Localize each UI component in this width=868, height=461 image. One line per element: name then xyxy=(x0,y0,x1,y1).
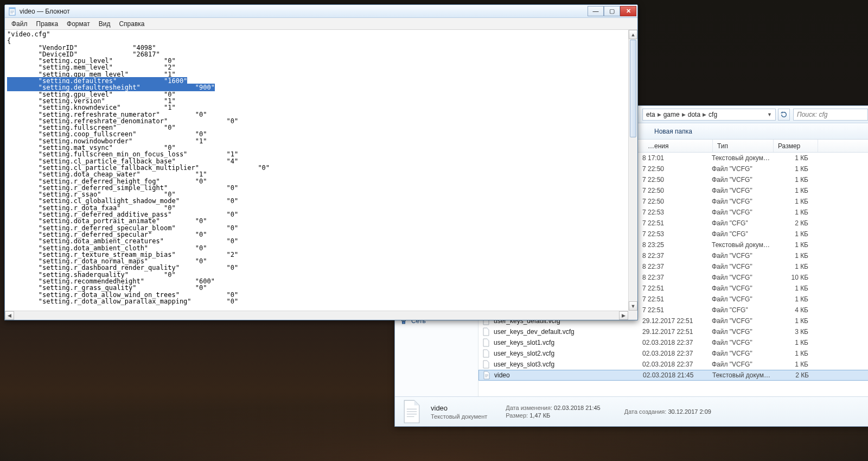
crumb-segment[interactable]: game xyxy=(663,111,680,118)
file-icon xyxy=(400,400,423,423)
crumb-segment[interactable]: eta xyxy=(646,111,655,118)
breadcrumb[interactable]: eta▶ game▶ dota▶ cfg ▼ xyxy=(642,109,776,121)
window-title: video — Блокнот xyxy=(20,8,588,15)
details-pane: video Текстовый документ Дата изменения:… xyxy=(395,396,868,426)
scroll-down-icon[interactable]: ▼ xyxy=(629,301,637,311)
details-filename: video xyxy=(431,404,487,412)
text-editor-area[interactable]: "video.cfg" { "VendorID" "4098" "DeviceI… xyxy=(5,30,637,320)
crumb-segment[interactable]: cfg xyxy=(709,111,717,118)
menu-item-Формат[interactable]: Формат xyxy=(62,18,94,29)
table-row[interactable]: user_keys_slot2.vcfg02.03.2018 22:37Файл… xyxy=(478,348,868,359)
menu-item-Справка[interactable]: Справка xyxy=(114,18,149,29)
close-button[interactable]: ✕ xyxy=(620,6,636,16)
scroll-right-icon[interactable]: ▶ xyxy=(619,311,628,320)
col-type[interactable]: Тип xyxy=(713,140,774,152)
details-created-value: 30.12.2017 2:09 xyxy=(668,408,711,415)
col-date[interactable]: …ения xyxy=(643,140,713,152)
vertical-scrollbar[interactable]: ▲ ▼ xyxy=(628,30,637,311)
svg-rect-2 xyxy=(403,321,405,324)
file-name: video xyxy=(494,371,510,379)
file-name: user_keys_slot1.vcfg xyxy=(494,339,554,346)
col-size[interactable]: Размер xyxy=(774,140,818,152)
table-row[interactable]: user_keys_dev_default.vcfg29.12.2017 22:… xyxy=(478,326,868,337)
file-name: user_keys_slot2.vcfg xyxy=(494,350,554,357)
details-filetype: Текстовый документ xyxy=(431,413,487,420)
refresh-button[interactable] xyxy=(778,109,790,121)
menu-item-Файл[interactable]: Файл xyxy=(7,18,32,29)
menu-bar: ФайлПравкаФорматВидСправка xyxy=(5,18,637,30)
menu-item-Вид[interactable]: Вид xyxy=(94,18,115,29)
chevron-down-icon[interactable]: ▼ xyxy=(767,112,772,117)
scroll-left-icon[interactable]: ◀ xyxy=(5,311,14,320)
text-content[interactable]: "video.cfg" { "VendorID" "4098" "DeviceI… xyxy=(5,30,628,311)
notepad-icon xyxy=(8,7,17,16)
table-row[interactable]: video02.03.2018 21:45Текстовый докум…2 К… xyxy=(478,370,868,381)
file-name: user_keys_slot3.vcfg xyxy=(494,361,554,368)
details-modified-label: Дата изменения: xyxy=(506,405,552,411)
details-size-label: Размер: xyxy=(506,412,528,419)
table-row[interactable]: user_keys_slot3.vcfg02.03.2018 22:37Файл… xyxy=(478,359,868,370)
details-size-value: 1,47 КБ xyxy=(529,412,550,419)
search-input[interactable]: Поиск: cfg xyxy=(793,109,868,121)
details-modified-value: 02.03.2018 21:45 xyxy=(554,405,601,411)
minimize-button[interactable]: — xyxy=(588,6,604,16)
chevron-right-icon: ▶ xyxy=(682,112,686,117)
svg-rect-11 xyxy=(9,8,15,9)
titlebar[interactable]: video — Блокнот — ▢ ✕ xyxy=(5,5,637,18)
scroll-up-icon[interactable]: ▲ xyxy=(629,30,637,39)
scroll-corner xyxy=(628,311,637,320)
horizontal-scrollbar[interactable]: ◀ ▶ xyxy=(5,311,628,320)
table-row[interactable]: user_keys_slot1.vcfg02.03.2018 22:37Файл… xyxy=(478,337,868,348)
new-folder-button[interactable]: Новая папка xyxy=(654,128,692,135)
maximize-button[interactable]: ▢ xyxy=(604,6,620,16)
chevron-right-icon: ▶ xyxy=(658,112,661,117)
crumb-segment[interactable]: dota xyxy=(688,111,700,118)
notepad-window: video — Блокнот — ▢ ✕ ФайлПравкаФорматВи… xyxy=(4,4,638,320)
menu-item-Правка[interactable]: Правка xyxy=(32,18,63,29)
scroll-thumb[interactable] xyxy=(630,40,636,137)
chevron-right-icon: ▶ xyxy=(703,112,706,117)
file-name: user_keys_dev_default.vcfg xyxy=(494,328,575,336)
details-created-label: Дата создания: xyxy=(624,408,667,415)
